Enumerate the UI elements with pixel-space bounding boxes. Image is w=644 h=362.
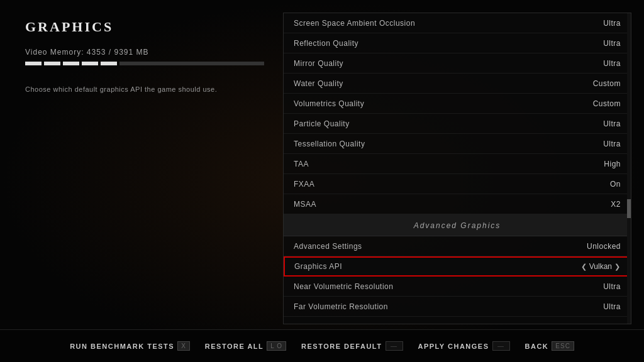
restore-default-key: — xyxy=(386,341,403,351)
setting-value-advanced-settings: Unlocked xyxy=(587,242,621,251)
setting-row-particle[interactable]: Particle Quality Ultra xyxy=(284,114,631,134)
right-panel: Screen Space Ambient Occlusion Ultra Ref… xyxy=(283,13,631,324)
apply-changes-key: — xyxy=(492,341,510,351)
setting-value-near-vol: Ultra xyxy=(603,282,621,291)
apply-changes-label: Apply Changes xyxy=(418,343,489,350)
setting-name-far-vol: Far Volumetric Resolution xyxy=(294,302,388,311)
setting-name-msaa: MSAA xyxy=(294,200,316,209)
setting-name-particle: Particle Quality xyxy=(294,119,350,128)
back-key: ESC xyxy=(552,341,574,351)
setting-value-ssao: Ultra xyxy=(603,19,621,28)
memory-bar-seg-3 xyxy=(63,62,79,65)
setting-value-far-vol: Ultra xyxy=(603,302,621,311)
advanced-section-header: Advanced Graphics xyxy=(284,214,631,236)
setting-value-water: Custom xyxy=(593,79,621,88)
run-benchmark-item[interactable]: Run Benchmark Tests X xyxy=(70,341,190,351)
setting-name-advanced-settings: Advanced Settings xyxy=(294,242,362,251)
restore-default-item[interactable]: Restore Default — xyxy=(301,341,402,351)
setting-row-far-vol[interactable]: Far Volumetric Resolution Ultra xyxy=(284,297,631,317)
setting-name-volumetrics: Volumetrics Quality xyxy=(294,99,364,108)
setting-name-fxaa: FXAA xyxy=(294,180,314,189)
memory-bar-seg-5 xyxy=(101,62,117,65)
setting-row-tessellation[interactable]: Tessellation Quality Ultra xyxy=(284,134,631,154)
setting-row-graphics-api[interactable]: Graphics API ❮ Vulkan ❯ xyxy=(284,256,631,277)
setting-value-msaa: X2 xyxy=(611,200,621,209)
left-panel: Graphics Video Memory: 4353 / 9391 MB Ch… xyxy=(25,19,264,95)
memory-bar-seg-4 xyxy=(82,62,98,65)
setting-value-volumetrics: Custom xyxy=(593,99,621,108)
setting-name-taa: TAA xyxy=(294,160,309,168)
back-item[interactable]: Back ESC xyxy=(525,341,574,351)
setting-row-advanced-settings[interactable]: Advanced Settings Unlocked xyxy=(284,236,631,256)
setting-row-msaa[interactable]: MSAA X2 xyxy=(284,194,631,214)
setting-name-ssao: Screen Space Ambient Occlusion xyxy=(294,19,415,28)
setting-row-ssao[interactable]: Screen Space Ambient Occlusion Ultra xyxy=(284,13,631,33)
setting-value-reflection: Ultra xyxy=(603,39,621,48)
setting-name-graphics-api: Graphics API xyxy=(294,262,342,271)
memory-bar-seg-1 xyxy=(25,62,42,65)
setting-row-reflection[interactable]: Reflection Quality Ultra xyxy=(284,33,631,53)
restore-default-label: Restore Default xyxy=(301,343,382,350)
scrollbar[interactable] xyxy=(627,13,631,324)
setting-name-reflection: Reflection Quality xyxy=(294,39,358,48)
memory-bar xyxy=(25,62,264,65)
setting-row-taa[interactable]: TAA High xyxy=(284,154,631,174)
video-memory-label: Video Memory: 4353 / 9391 MB xyxy=(25,48,264,57)
setting-name-water: Water Quality xyxy=(294,79,343,88)
setting-value-graphics-api: Vulkan xyxy=(589,262,612,271)
back-label: Back xyxy=(525,343,549,350)
advanced-section-title: Advanced Graphics xyxy=(414,221,501,230)
settings-list: Screen Space Ambient Occlusion Ultra Ref… xyxy=(284,13,631,324)
setting-row-volumetrics[interactable]: Volumetrics Quality Custom xyxy=(284,94,631,114)
setting-value-taa: High xyxy=(604,160,621,168)
setting-value-tessellation: Ultra xyxy=(603,140,621,148)
setting-row-near-vol[interactable]: Near Volumetric Resolution Ultra xyxy=(284,277,631,297)
restore-all-label: Restore All xyxy=(205,343,264,350)
run-benchmark-label: Run Benchmark Tests xyxy=(70,343,174,350)
setting-row-fxaa[interactable]: FXAA On xyxy=(284,174,631,194)
scrollbar-thumb xyxy=(627,199,631,218)
setting-row-mirror[interactable]: Mirror Quality Ultra xyxy=(284,53,631,74)
setting-value-fxaa: On xyxy=(610,180,621,189)
page-container: Graphics Video Memory: 4353 / 9391 MB Ch… xyxy=(0,0,644,362)
chevron-right-icon: ❯ xyxy=(614,263,620,271)
setting-name-tessellation: Tessellation Quality xyxy=(294,140,365,148)
restore-all-item[interactable]: Restore All L O xyxy=(205,341,286,351)
apply-changes-item[interactable]: Apply Changes — xyxy=(418,341,510,351)
graphics-api-value-nav: ❮ Vulkan ❯ xyxy=(581,262,620,271)
run-benchmark-key: X xyxy=(177,341,190,351)
setting-name-near-vol: Near Volumetric Resolution xyxy=(294,282,393,291)
bottom-toolbar: Run Benchmark Tests X Restore All L O Re… xyxy=(0,329,644,362)
description-text: Choose which default graphics API the ga… xyxy=(25,84,264,95)
setting-value-particle: Ultra xyxy=(603,119,621,128)
setting-row-water[interactable]: Water Quality Custom xyxy=(284,74,631,94)
memory-bar-seg-2 xyxy=(44,62,60,65)
page-title: Graphics xyxy=(25,19,264,35)
setting-name-mirror: Mirror Quality xyxy=(294,59,343,68)
restore-all-key: L O xyxy=(267,341,286,351)
chevron-left-icon: ❮ xyxy=(581,263,587,271)
setting-value-mirror: Ultra xyxy=(603,59,621,68)
memory-bar-empty xyxy=(119,62,264,65)
